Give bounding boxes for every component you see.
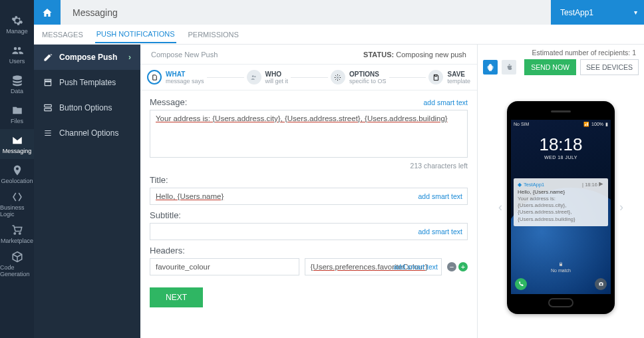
app-selector[interactable]: TestApp1 — [551, 0, 644, 25]
step-options[interactable]: OPTIONSspecific to OS — [331, 70, 387, 84]
headers-label: Headers: — [150, 246, 185, 255]
tab-messages[interactable]: MESSAGES — [41, 27, 84, 43]
remove-header-button[interactable]: − — [447, 262, 456, 271]
templates-icon — [43, 78, 53, 87]
tab-push-notifications[interactable]: PUSH NOTIFICATIONS — [95, 26, 176, 43]
nav-marketplace[interactable]: Marketplace — [0, 219, 34, 249]
android-icon — [486, 63, 494, 71]
phone-battery: 100% — [591, 122, 603, 126]
nav-users[interactable]: Users — [0, 39, 34, 69]
phone-preview: No SIM📶100%▮ 18:18WED 18 JULY ◆TestApp1|… — [507, 101, 615, 314]
step-what[interactable]: WHATmessage says — [147, 70, 204, 84]
estimated-recipients: Estimated number of recipients: 1 — [532, 49, 636, 57]
phone-clock-date: WED 18 JULY — [511, 155, 611, 160]
page-title: Messaging — [61, 7, 551, 18]
who-icon — [250, 74, 257, 81]
svg-rect-1 — [45, 108, 52, 111]
nav-files[interactable]: Files — [0, 99, 34, 129]
phone-lock-indicator: No match — [511, 261, 611, 273]
header-key-input[interactable] — [150, 258, 299, 275]
compose-header-title: Compose New Push — [151, 51, 218, 59]
os-android-button[interactable] — [483, 60, 498, 75]
nav-business-logic[interactable]: Business Logic — [0, 189, 34, 219]
phone-notification: ◆TestApp1| 18:16 ⯈ Hello, {Users.name} Y… — [514, 178, 608, 227]
wizard-steps: WHATmessage says WHOwill get it OPTIONSs… — [140, 65, 477, 90]
button-options-icon — [43, 103, 53, 112]
step-who[interactable]: WHOwill get it — [247, 70, 289, 84]
nav-data[interactable]: Data — [0, 69, 34, 99]
add-smart-text-header[interactable]: add smart text — [393, 263, 438, 271]
what-icon — [151, 74, 158, 81]
add-header-button[interactable]: + — [458, 262, 468, 271]
lock-icon — [558, 261, 564, 267]
compose-status: STATUS: Composing new push — [363, 51, 466, 59]
add-smart-text-subtitle[interactable]: add smart text — [418, 228, 462, 236]
phone-call-icon — [515, 278, 527, 290]
title-label: Title: — [150, 175, 168, 185]
channel-options-icon — [43, 128, 53, 138]
phone-nosim: No SIM — [514, 122, 529, 126]
tabs: MESSAGES PUSH NOTIFICATIONS PERMISSIONS — [34, 25, 644, 45]
nav-code-generation[interactable]: Code Generation — [0, 249, 34, 279]
message-label: Message: — [150, 97, 187, 107]
preview-prev-arrow[interactable]: ‹ — [494, 201, 507, 214]
svg-point-3 — [254, 75, 255, 77]
preview-next-arrow[interactable]: › — [615, 201, 628, 214]
options-icon — [334, 74, 341, 81]
nav-messaging[interactable]: Messaging — [0, 129, 34, 159]
add-smart-text-title[interactable]: add smart text — [418, 192, 462, 200]
svg-point-4 — [337, 77, 339, 79]
save-icon — [432, 74, 440, 81]
sidebar-item-push-templates[interactable]: Push Templates — [34, 70, 140, 95]
compose-panel: Compose New Push STATUS: Composing new p… — [140, 45, 478, 338]
step-save[interactable]: SAVEtemplate — [428, 70, 470, 84]
phone-camera-icon — [595, 278, 607, 290]
sub-sidebar: Compose Push Push Templates Button Optio… — [34, 45, 140, 338]
subtitle-label: Subtitle: — [150, 210, 181, 220]
message-textarea[interactable]: Your address is: {Users.address.city}, {… — [150, 110, 468, 158]
preview-panel: Estimated number of recipients: 1 SEND N… — [478, 45, 644, 338]
sidebar-item-button-options[interactable]: Button Options — [34, 95, 140, 120]
see-devices-button[interactable]: SEE DEVICES — [580, 59, 639, 75]
sidebar-item-channel-options[interactable]: Channel Options — [34, 120, 140, 146]
add-smart-text-message[interactable]: add smart text — [423, 98, 468, 106]
nav-geolocation[interactable]: Geolocation — [0, 159, 34, 189]
top-bar: Messaging TestApp1 — [34, 0, 644, 25]
home-button[interactable] — [34, 0, 61, 25]
apple-icon — [505, 63, 513, 71]
svg-point-2 — [252, 75, 254, 77]
characters-left: 213 characters left — [150, 162, 468, 170]
nav-manage[interactable]: Manage — [0, 9, 34, 39]
next-button[interactable]: NEXT — [150, 287, 203, 307]
compose-icon — [43, 53, 53, 62]
os-ios-button[interactable] — [502, 60, 516, 75]
send-now-button[interactable]: SEND NOW — [524, 59, 576, 75]
left-nav: Manage Users Data Files Messaging Geoloc… — [0, 0, 34, 338]
tab-permissions[interactable]: PERMISSIONS — [187, 27, 240, 43]
phone-clock-time: 18:18 — [511, 134, 611, 155]
svg-rect-0 — [45, 104, 52, 107]
sidebar-item-compose-push[interactable]: Compose Push — [34, 45, 140, 70]
